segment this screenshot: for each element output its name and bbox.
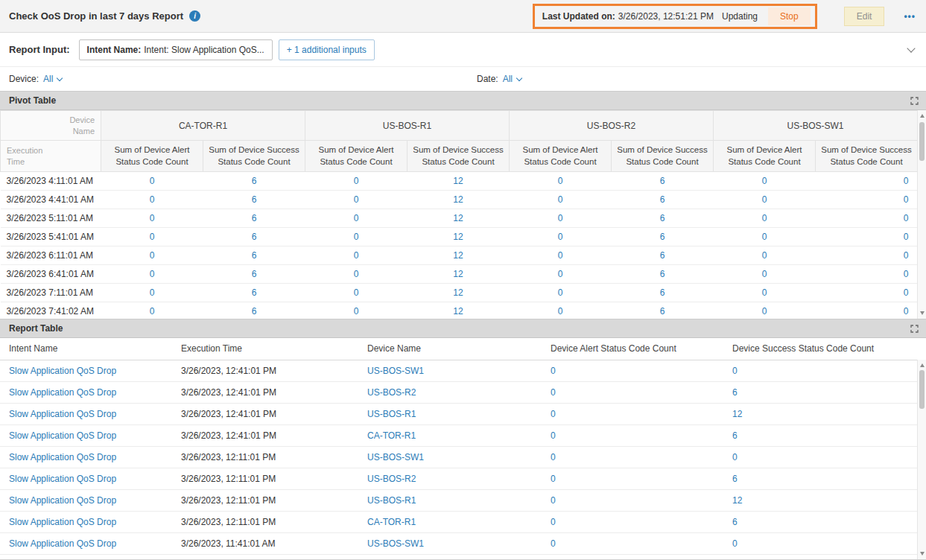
pivot-count-link[interactable]: 0 [816, 284, 918, 302]
pivot-count-link[interactable]: 6 [612, 284, 714, 302]
report-success-count[interactable]: 6 [726, 424, 917, 446]
scroll-up-icon[interactable] [920, 363, 925, 367]
pivot-count-link[interactable]: 0 [816, 265, 918, 284]
pivot-count-link[interactable]: 6 [203, 228, 305, 246]
report-alert-count[interactable]: 0 [545, 424, 726, 446]
pivot-count-link[interactable]: 12 [407, 228, 510, 246]
report-success-count[interactable]: 0 [726, 446, 917, 468]
report-device-link[interactable]: US-BOS-SW1 [361, 360, 545, 381]
pivot-count-link[interactable]: 0 [714, 302, 816, 319]
report-alert-count[interactable]: 0 [545, 511, 726, 532]
report-intent-link[interactable]: Slow Application QoS Drop [0, 424, 175, 446]
report-success-count[interactable]: 12 [726, 489, 917, 511]
report-success-count[interactable]: 12 [726, 403, 917, 424]
pivot-count-link[interactable]: 0 [816, 172, 918, 191]
pivot-count-link[interactable]: 0 [101, 191, 203, 209]
pivot-count-link[interactable]: 0 [510, 172, 612, 191]
report-device-link[interactable]: CA-TOR-R1 [361, 511, 545, 532]
pivot-count-link[interactable]: 0 [101, 265, 203, 284]
pivot-count-link[interactable]: 6 [612, 191, 714, 209]
pivot-count-link[interactable]: 12 [407, 209, 510, 228]
pivot-count-link[interactable]: 0 [510, 246, 612, 265]
pivot-count-link[interactable]: 0 [305, 209, 407, 228]
pivot-count-link[interactable]: 0 [816, 302, 918, 319]
scroll-up-icon[interactable] [920, 114, 925, 118]
pivot-count-link[interactable]: 0 [714, 265, 816, 284]
pivot-count-link[interactable]: 0 [305, 246, 407, 265]
report-intent-link[interactable]: Slow Application QoS Drop [0, 403, 175, 424]
scroll-thumb[interactable] [919, 122, 925, 161]
pivot-count-link[interactable]: 0 [816, 246, 918, 265]
report-intent-link[interactable]: Slow Application QoS Drop [0, 489, 175, 511]
pivot-count-link[interactable]: 6 [203, 172, 305, 191]
pivot-count-link[interactable]: 0 [510, 284, 612, 302]
pivot-count-link[interactable]: 0 [305, 265, 407, 284]
pivot-count-link[interactable]: 6 [203, 302, 305, 319]
report-device-link[interactable]: CA-TOR-R1 [361, 424, 545, 446]
pivot-count-link[interactable]: 0 [101, 246, 203, 265]
pivot-count-link[interactable]: 0 [101, 284, 203, 302]
pivot-count-link[interactable]: 0 [714, 228, 816, 246]
report-device-link[interactable]: US-BOS-R1 [361, 403, 545, 424]
device-filter-value[interactable]: All [43, 74, 62, 84]
report-success-count[interactable]: 6 [726, 511, 917, 532]
pivot-count-link[interactable]: 0 [101, 302, 203, 319]
date-filter-value[interactable]: All [503, 74, 521, 84]
pivot-count-link[interactable]: 0 [714, 246, 816, 265]
expand-icon[interactable] [910, 325, 919, 333]
stop-button[interactable]: Stop [768, 7, 811, 25]
report-success-count[interactable]: 0 [726, 360, 917, 381]
pivot-count-link[interactable]: 6 [203, 284, 305, 302]
additional-inputs-button[interactable]: + 1 additional inputs [279, 39, 375, 60]
scroll-down-icon[interactable] [920, 311, 925, 315]
report-alert-count[interactable]: 0 [545, 446, 726, 468]
pivot-count-link[interactable]: 6 [203, 246, 305, 265]
report-intent-link[interactable]: Slow Application QoS Drop [0, 381, 175, 403]
report-success-count[interactable]: 6 [726, 381, 917, 403]
pivot-count-link[interactable]: 0 [305, 191, 407, 209]
report-intent-link[interactable]: Slow Application QoS Drop [0, 511, 175, 532]
pivot-count-link[interactable]: 6 [612, 228, 714, 246]
pivot-count-link[interactable]: 0 [714, 284, 816, 302]
report-success-count[interactable]: 6 [726, 468, 917, 489]
pivot-count-link[interactable]: 0 [305, 228, 407, 246]
report-alert-count[interactable]: 0 [545, 381, 726, 403]
pivot-count-link[interactable]: 0 [305, 172, 407, 191]
device-filter[interactable]: Device: All [9, 74, 62, 84]
pivot-count-link[interactable]: 6 [203, 265, 305, 284]
pivot-count-link[interactable]: 0 [714, 172, 816, 191]
pivot-count-link[interactable]: 12 [407, 172, 510, 191]
pivot-count-link[interactable]: 0 [510, 209, 612, 228]
pivot-count-link[interactable]: 12 [407, 284, 510, 302]
report-intent-link[interactable]: Slow Application QoS Drop [0, 468, 175, 489]
report-device-link[interactable]: US-BOS-SW1 [361, 446, 545, 468]
scroll-down-icon[interactable] [920, 552, 925, 556]
report-alert-count[interactable]: 0 [545, 468, 726, 489]
report-alert-count[interactable]: 0 [545, 403, 726, 424]
report-intent-link[interactable]: Slow Application QoS Drop [0, 532, 175, 554]
pivot-count-link[interactable]: 0 [510, 302, 612, 319]
pivot-count-link[interactable]: 12 [407, 302, 510, 319]
report-alert-count[interactable]: 0 [545, 360, 726, 381]
pivot-count-link[interactable]: 0 [101, 172, 203, 191]
pivot-count-link[interactable]: 0 [510, 191, 612, 209]
more-menu-icon[interactable]: ••• [904, 11, 916, 22]
pivot-scrollbar[interactable] [917, 110, 926, 319]
report-intent-link[interactable]: Slow Application QoS Drop [0, 446, 175, 468]
pivot-count-link[interactable]: 0 [305, 284, 407, 302]
pivot-count-link[interactable]: 0 [714, 209, 816, 228]
report-device-link[interactable]: US-BOS-R1 [361, 489, 545, 511]
collapse-chevron-icon[interactable] [907, 44, 915, 52]
pivot-count-link[interactable]: 6 [203, 209, 305, 228]
pivot-count-link[interactable]: 0 [714, 191, 816, 209]
report-alert-count[interactable]: 0 [545, 489, 726, 511]
report-device-link[interactable]: US-BOS-R2 [361, 468, 545, 489]
scroll-thumb[interactable] [919, 370, 925, 409]
report-intent-link[interactable]: Slow Application QoS Drop [0, 360, 175, 381]
info-icon[interactable]: i [189, 10, 200, 22]
pivot-count-link[interactable]: 0 [101, 209, 203, 228]
pivot-count-link[interactable]: 0 [816, 209, 918, 228]
pivot-count-link[interactable]: 6 [612, 172, 714, 191]
date-filter[interactable]: Date: All [477, 74, 521, 84]
pivot-count-link[interactable]: 0 [305, 302, 407, 319]
